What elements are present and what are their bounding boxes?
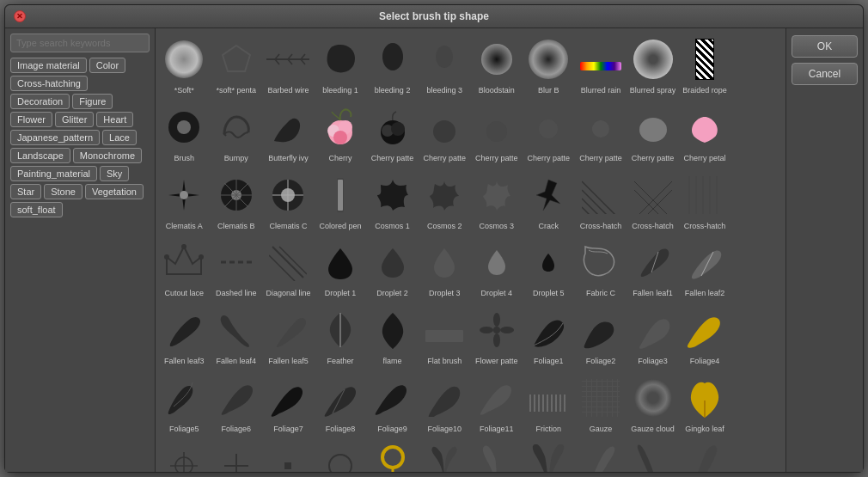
brush-item[interactable] — [731, 370, 782, 437]
brush-item[interactable]: Gold chain — [367, 438, 418, 472]
brush-item[interactable]: Fabric C — [576, 235, 627, 301]
brush-item[interactable]: Gauze — [576, 370, 627, 437]
brush-item[interactable]: Glitter Circle — [315, 438, 366, 472]
sidebar-tag[interactable]: Glitter — [55, 112, 94, 127]
brush-item[interactable] — [731, 235, 782, 301]
brush-item[interactable]: bleeding 1 — [315, 32, 366, 98]
brush-item[interactable]: flame — [367, 303, 418, 369]
brush-item[interactable]: *soft* penta — [211, 32, 262, 98]
brush-item[interactable]: Cherry patte — [576, 100, 627, 166]
brush-grid-container[interactable]: *Soft**soft* pentaBarbed wirebleeding 1b… — [156, 28, 785, 472]
brush-item[interactable]: Droplet 2 — [367, 235, 418, 301]
brush-item[interactable]: Crack — [523, 168, 574, 234]
brush-item[interactable]: Bumpy — [211, 100, 262, 166]
brush-item[interactable] — [731, 168, 782, 234]
brush-item[interactable]: Fallen leaf1 — [627, 235, 678, 301]
brush-item[interactable]: Colored pen — [315, 168, 366, 234]
brush-item[interactable] — [731, 32, 782, 98]
brush-item[interactable]: Grass A4 — [576, 438, 627, 472]
brush-item[interactable]: Cherry petal — [680, 100, 730, 166]
brush-item[interactable]: Foliage7 — [263, 370, 314, 437]
brush-item[interactable]: Fallen leaf2 — [680, 235, 730, 301]
brush-item[interactable]: Cosmos 3 — [471, 168, 522, 234]
brush-item[interactable]: Droplet 5 — [523, 235, 574, 301]
brush-item[interactable]: Cosmos 2 — [419, 168, 470, 234]
sidebar-tag[interactable]: Painting_material — [10, 166, 97, 181]
brush-item[interactable]: Cherry patte — [471, 100, 522, 166]
sidebar-tag[interactable]: Star — [10, 184, 41, 199]
search-input[interactable] — [10, 34, 150, 52]
brush-item[interactable]: Cosmos 1 — [367, 168, 418, 234]
sidebar-tag[interactable]: Cross-hatching — [10, 76, 88, 91]
brush-item[interactable]: Glitter Circle — [211, 438, 262, 472]
brush-item[interactable]: Fallen leaf5 — [263, 303, 314, 369]
sidebar-tag[interactable]: Image material — [10, 58, 87, 73]
brush-item[interactable]: bleeding 2 — [367, 32, 418, 98]
brush-item[interactable]: Droplet 4 — [471, 235, 522, 301]
brush-item[interactable]: Grass A5 — [627, 438, 678, 472]
brush-item[interactable]: Foliage6 — [211, 370, 262, 437]
brush-item[interactable]: Foliage1 — [523, 303, 574, 369]
sidebar-tag[interactable]: Sky — [100, 166, 129, 181]
brush-item[interactable]: Flat brush — [419, 303, 470, 369]
brush-item[interactable]: *Soft* — [159, 32, 210, 98]
brush-item[interactable]: Bloodstain — [471, 32, 522, 98]
brush-item[interactable]: Foliage5 — [159, 370, 210, 437]
sidebar-tag[interactable]: Decoration — [10, 94, 70, 109]
brush-item[interactable]: Blurred spray — [627, 32, 678, 98]
brush-item[interactable]: Fallen leaf3 — [159, 303, 210, 369]
brush-item[interactable]: Dashed line — [211, 235, 262, 301]
sidebar-tag[interactable]: Figure — [72, 94, 113, 109]
brush-item[interactable]: Cross-hatch — [576, 168, 627, 234]
sidebar-tag[interactable]: Japanese_pattern — [10, 130, 100, 145]
brush-item[interactable]: Cherry patte — [367, 100, 418, 166]
brush-item[interactable]: Clematis B — [211, 168, 262, 234]
brush-item[interactable]: Cherry patte — [627, 100, 678, 166]
brush-item[interactable]: Clematis C — [263, 168, 314, 234]
brush-item[interactable]: Diagonal line — [263, 235, 314, 301]
sidebar-tag[interactable]: Monochrome — [73, 148, 142, 163]
brush-item[interactable]: Foliage10 — [419, 370, 470, 437]
brush-item[interactable]: Barbed wire — [263, 32, 314, 98]
brush-item[interactable]: Brush — [159, 100, 210, 166]
sidebar-tag[interactable]: Flower — [10, 112, 52, 127]
brush-item[interactable]: Gingko leaf — [680, 370, 730, 437]
sidebar-tag[interactable]: Color — [89, 58, 125, 73]
cancel-button[interactable]: Cancel — [792, 63, 858, 85]
brush-item[interactable]: Blur B — [523, 32, 574, 98]
brush-item[interactable] — [731, 100, 782, 166]
brush-item[interactable]: Foliage2 — [576, 303, 627, 369]
brush-item[interactable]: Cross-hatch — [680, 168, 730, 234]
brush-item[interactable]: Cherry patte — [419, 100, 470, 166]
brush-item[interactable] — [731, 303, 782, 369]
brush-item[interactable]: Grass A3 — [523, 438, 574, 472]
brush-item[interactable]: Grass A1 — [419, 438, 470, 472]
brush-item[interactable]: Grass A6 — [680, 438, 730, 472]
brush-item[interactable]: Feather — [315, 303, 366, 369]
brush-item[interactable]: Grass A2 — [471, 438, 522, 472]
brush-item[interactable]: Cherry patte — [523, 100, 574, 166]
sidebar-tag[interactable]: Vegetation — [85, 184, 144, 199]
close-button[interactable]: ✕ — [14, 10, 26, 22]
brush-item[interactable]: Glitter Circle — [263, 438, 314, 472]
sidebar-tag[interactable]: Lace — [102, 130, 137, 145]
sidebar-tag[interactable]: Heart — [96, 112, 133, 127]
brush-item[interactable]: Flower patte — [471, 303, 522, 369]
brush-item[interactable]: Cutout lace — [159, 235, 210, 301]
brush-item[interactable]: Gauze cloud — [627, 370, 678, 437]
sidebar-tag[interactable]: Landscape — [10, 148, 70, 163]
brush-item[interactable]: Cherry — [315, 100, 366, 166]
brush-item[interactable]: Braided rope — [680, 32, 730, 98]
brush-item[interactable]: Droplet 3 — [419, 235, 470, 301]
brush-item[interactable]: Foliage11 — [471, 370, 522, 437]
brush-item[interactable]: Glitter Circle — [159, 438, 210, 472]
brush-item[interactable]: Friction — [523, 370, 574, 437]
brush-item[interactable]: bleeding 3 — [419, 32, 470, 98]
ok-button[interactable]: OK — [792, 35, 858, 58]
brush-item[interactable]: Blurred rain — [576, 32, 627, 98]
sidebar-tag[interactable]: soft_float — [10, 202, 63, 217]
brush-item[interactable]: Butterfly ivy — [263, 100, 314, 166]
brush-item[interactable]: Fallen leaf4 — [211, 303, 262, 369]
brush-item[interactable]: Clematis A — [159, 168, 210, 234]
brush-item[interactable]: Droplet 1 — [315, 235, 366, 301]
